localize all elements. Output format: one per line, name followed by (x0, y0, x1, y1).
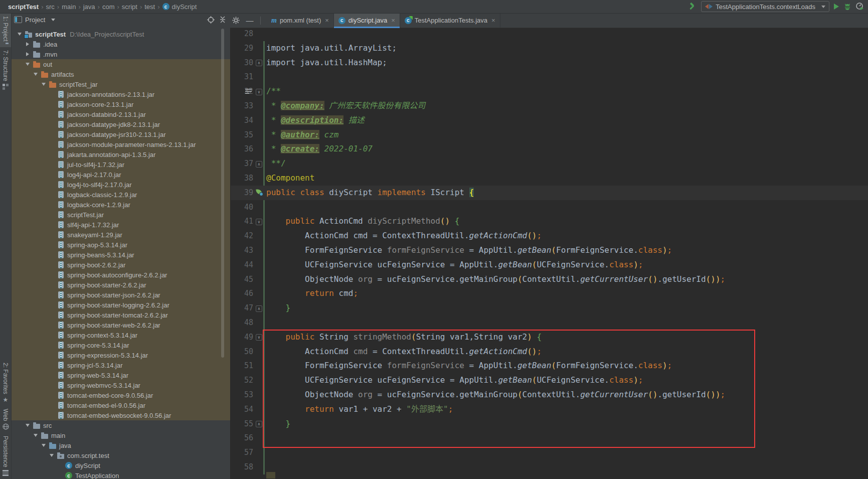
fold-collapse-icon[interactable]: ∨ (256, 334, 262, 341)
code-line[interactable]: 37∧ **/ (230, 156, 868, 171)
code-line[interactable]: 31 (230, 70, 868, 84)
code-line[interactable]: 29import java.util.ArrayList; (230, 41, 868, 56)
tree-row[interactable]: spring-beans-5.3.14.jar (11, 250, 230, 260)
gear-icon[interactable] (231, 16, 240, 25)
tree-row[interactable]: tomcat-embed-el-9.0.56.jar (11, 400, 230, 410)
tree-row[interactable]: spring-aop-5.3.14.jar (11, 240, 230, 250)
code-line[interactable]: 35 * @author: czm (230, 128, 868, 142)
code-line[interactable]: 52 UCFeignService ucFeignService = AppUt… (230, 373, 868, 388)
tool-window-button-structure[interactable]: 7: Structure (0, 47, 11, 93)
tree-row[interactable]: jackson-databind-2.13.1.jar (11, 109, 230, 119)
tree-row[interactable]: tomcat-embed-core-9.0.56.jar (11, 390, 230, 400)
tool-window-button-favorites[interactable]: 2: Favorites★ (0, 360, 11, 406)
tree-row[interactable]: jackson-datatype-jsr310-2.13.1.jar (11, 129, 230, 139)
tree-row[interactable]: tomcat-embed-websocket-9.0.56.jar (11, 410, 230, 420)
tree-row[interactable]: spring-web-5.3.14.jar (11, 370, 230, 380)
code-editor[interactable]: 2829import java.util.ArrayList;30∧import… (230, 28, 868, 479)
tree-row[interactable]: src (11, 420, 230, 430)
tree-expand-arrow[interactable] (23, 424, 32, 427)
javadoc-lines-icon[interactable] (245, 89, 252, 94)
tree-row[interactable]: spring-boot-autoconfigure-2.6.2.jar (11, 270, 230, 280)
breadcrumb-item[interactable]: src (46, 3, 55, 11)
tree-expand-arrow[interactable] (47, 454, 56, 457)
tree-row[interactable]: jakarta.annotation-api-1.3.5.jar (11, 149, 230, 159)
code-line[interactable]: 43 FormFeignService formFeignService = A… (230, 243, 868, 258)
tree-row[interactable]: out (11, 59, 230, 69)
tree-row[interactable]: java (11, 440, 230, 450)
tool-window-button-project[interactable]: 1: Project (0, 13, 11, 47)
tree-row[interactable]: jackson-datatype-jdk8-2.13.1.jar (11, 119, 230, 129)
code-line[interactable]: 51 FormFeignService formFeignService = A… (230, 359, 868, 373)
code-line[interactable]: 49∨ public String stringMethod(String va… (230, 330, 868, 345)
code-line[interactable]: 36 * @create: 2022-01-07 (230, 142, 868, 156)
code-line[interactable]: 54 return var1 + var2 + "外部脚本"; (230, 402, 868, 417)
code-line[interactable]: 28 (230, 28, 868, 41)
collapse-all-icon[interactable] (218, 15, 227, 24)
code-line[interactable]: 42 ActionCmd cmd = ContextThreadUtil.get… (230, 229, 868, 243)
fold-collapse-icon[interactable]: ∨ (256, 89, 262, 95)
breadcrumb-item[interactable]: cdiyScript (162, 3, 197, 11)
tree-row[interactable]: snakeyaml-1.29.jar (11, 230, 230, 240)
tree-row[interactable]: logback-core-1.2.9.jar (11, 200, 230, 210)
code-line[interactable]: 47∧ } (230, 301, 868, 315)
project-panel-title[interactable]: Project (25, 16, 45, 24)
fold-collapse-icon[interactable]: ∨ (256, 219, 262, 225)
tree-row[interactable]: spring-boot-starter-tomcat-2.6.2.jar (11, 310, 230, 320)
tree-row[interactable]: main (11, 430, 230, 440)
locate-file-icon[interactable] (206, 15, 215, 24)
debug-button[interactable] (843, 3, 851, 11)
tree-row[interactable]: scriptTest_jar (11, 79, 230, 89)
fold-end-icon[interactable]: ∧ (256, 60, 262, 66)
tree-row[interactable]: spring-context-5.3.14.jar (11, 330, 230, 340)
tree-row[interactable]: com.script.test (11, 450, 230, 460)
code-line[interactable]: 53 ObjectNode org = ucFeignService.getMa… (230, 388, 868, 402)
code-line[interactable]: 57 (230, 445, 868, 460)
code-line[interactable]: 58 (230, 460, 868, 474)
code-line[interactable]: 41∨ public ActionCmd diyScriptMethod() { (230, 214, 868, 229)
tree-row[interactable]: jackson-annotations-2.13.1.jar (11, 89, 230, 99)
code-line[interactable]: 44 UCFeignService ucFeignService = AppUt… (230, 258, 868, 272)
code-line[interactable]: 32∨/** (230, 84, 868, 99)
tree-expand-arrow[interactable] (23, 42, 32, 46)
code-line[interactable]: 33 * @company: 广州宏天软件股份有限公司 (230, 99, 868, 113)
editor-tab-pom-xml--test-[interactable]: mpom.xml (test)× (267, 13, 334, 28)
run-with-coverage-button[interactable] (856, 3, 864, 11)
code-line[interactable]: 34 * @description: 描述 (230, 113, 868, 128)
code-line[interactable]: 50 ActionCmd cmd = ContextThreadUtil.get… (230, 345, 868, 359)
tree-scrollbar[interactable] (221, 29, 224, 358)
code-line[interactable]: 55∧ } (230, 417, 868, 431)
tree-row[interactable]: .mvn (11, 49, 230, 59)
spring-bean-icon[interactable] (256, 189, 263, 196)
tree-row[interactable]: log4j-to-slf4j-2.17.0.jar (11, 180, 230, 190)
tree-expand-arrow[interactable] (31, 73, 40, 76)
breadcrumb-item[interactable]: main (62, 3, 76, 11)
code-line[interactable]: 45 ObjectNode org = ucFeignService.getMa… (230, 272, 868, 287)
run-configuration-select[interactable]: TestApplicationTests.contextLoads (701, 1, 829, 12)
tree-row[interactable]: spring-boot-starter-logging-2.6.2.jar (11, 300, 230, 310)
breadcrumb-item[interactable]: com (102, 3, 115, 11)
tree-row[interactable]: slf4j-api-1.7.32.jar (11, 220, 230, 230)
tree-row[interactable]: log4j-api-2.17.0.jar (11, 170, 230, 180)
tree-row[interactable]: spring-core-5.3.14.jar (11, 340, 230, 350)
tool-window-button-web[interactable]: Web (0, 406, 11, 433)
breadcrumb-item[interactable]: java (83, 3, 95, 11)
tree-row[interactable]: cdiyScript (11, 460, 230, 470)
tree-row[interactable]: scriptTest D:\Idea_Project\scriptTest (11, 29, 230, 39)
build-hammer-icon[interactable] (688, 3, 697, 11)
tree-row[interactable]: logback-classic-1.2.9.jar (11, 190, 230, 200)
tree-expand-arrow[interactable] (31, 434, 40, 437)
code-line[interactable]: 39public class diyScript implements IScr… (230, 186, 868, 200)
code-line[interactable]: 40 (230, 200, 868, 215)
tree-expand-arrow[interactable] (23, 63, 32, 66)
tree-row[interactable]: spring-boot-2.6.2.jar (11, 260, 230, 270)
code-line[interactable]: 56 (230, 431, 868, 445)
run-button[interactable] (834, 4, 839, 10)
breadcrumb-item[interactable]: test (144, 3, 155, 11)
tree-row[interactable]: artifacts (11, 69, 230, 79)
tree-row[interactable]: .idea (11, 39, 230, 49)
tree-row[interactable]: spring-webmvc-5.3.14.jar (11, 380, 230, 390)
close-icon[interactable]: × (325, 17, 329, 24)
hide-panel-icon[interactable]: — (245, 16, 254, 25)
tree-row[interactable]: spring-jcl-5.3.14.jar (11, 360, 230, 370)
tree-row[interactable]: spring-boot-starter-json-2.6.2.jar (11, 290, 230, 300)
